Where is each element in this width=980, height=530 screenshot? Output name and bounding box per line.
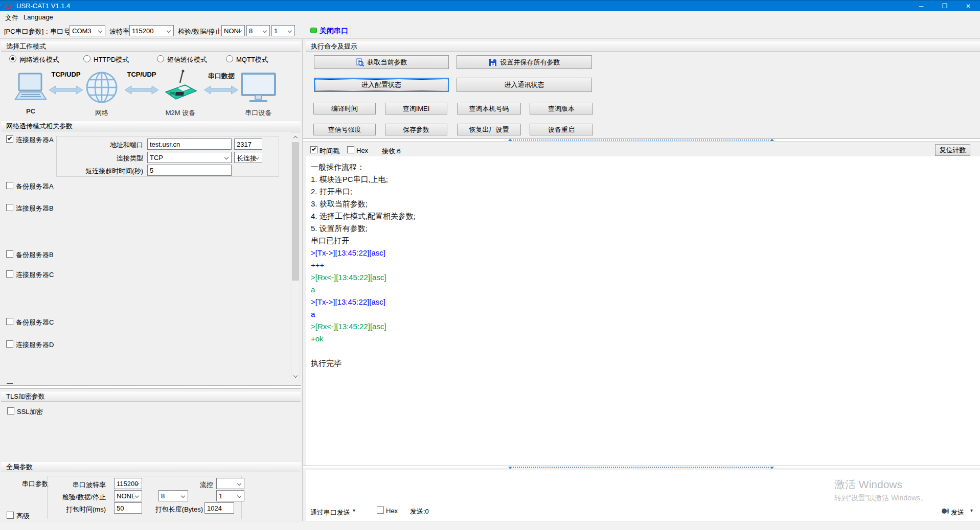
tls-header: TLS加密参数 xyxy=(1,391,301,402)
pack-time-input[interactable]: 50 xyxy=(114,502,142,514)
network-globe-icon xyxy=(86,72,118,103)
query-phone-number-button[interactable]: 查询本机号码 xyxy=(457,103,521,114)
radio-httpd-label[interactable]: HTTPD模式 xyxy=(94,55,129,64)
global-parity-select[interactable]: NONE xyxy=(114,490,142,501)
server-b-label[interactable]: 连接服务器B xyxy=(16,204,54,213)
timestamp-label[interactable]: 时间戳 xyxy=(320,147,339,156)
backup-server-b-label[interactable]: 备份服务器B xyxy=(16,250,54,260)
com-port-select[interactable]: COM3 xyxy=(70,25,105,36)
scroll-down-icon[interactable] xyxy=(293,374,298,378)
serial-toolbar: [PC串口参数]：串口号 COM3 波特率 115200 检验/数据/停止 NO… xyxy=(0,22,980,39)
timestamp-checkbox[interactable] xyxy=(310,146,317,153)
server-b-checkbox[interactable] xyxy=(6,204,13,211)
log-line: 4. 选择工作模式,配置相关参数; xyxy=(311,212,980,224)
databits-select[interactable]: 8 xyxy=(246,25,270,36)
m2m-module-icon xyxy=(163,70,198,104)
radio-sms-passthrough-label[interactable]: 短信透传模式 xyxy=(167,55,207,64)
save-params-button[interactable]: 保存参数 xyxy=(385,124,447,135)
advanced-label[interactable]: 高级 xyxy=(16,512,30,521)
left-splitter[interactable] xyxy=(0,385,301,389)
backup-server-a-checkbox[interactable] xyxy=(6,182,13,189)
global-baud-select[interactable]: 115200 xyxy=(114,478,142,489)
server-d-checkbox[interactable] xyxy=(6,340,13,348)
ssl-label[interactable]: SSL加密 xyxy=(17,407,43,417)
log-line: 执行完毕 xyxy=(311,359,980,371)
splitter-arrow-icon xyxy=(770,467,774,469)
query-imei-button[interactable]: 查询IMEI xyxy=(385,103,447,114)
log-output[interactable]: 一般操作流程： 1. 模块连PC串口,上电; 2. 打开串口; 3. 获取当前参… xyxy=(306,156,980,466)
minimize-button[interactable]: ─ xyxy=(909,1,933,12)
send-icon[interactable] xyxy=(941,507,949,515)
factory-reset-button[interactable]: 恢复出厂设置 xyxy=(457,124,521,135)
server-c-checkbox[interactable] xyxy=(6,270,13,278)
server-c-label[interactable]: 连接服务器C xyxy=(16,270,54,280)
pack-length-label: 打包长度(Bytes) xyxy=(153,505,203,514)
close-button[interactable]: ✕ xyxy=(956,1,980,12)
toolbar-separator xyxy=(351,24,351,37)
send-button[interactable]: 发送 xyxy=(951,508,964,517)
server-a-port-input[interactable]: 2317 xyxy=(234,139,262,150)
log-hex-label[interactable]: Hex xyxy=(356,147,368,154)
radio-mqtt-label[interactable]: MQTT模式 xyxy=(236,55,268,64)
ssl-checkbox[interactable] xyxy=(7,407,14,414)
app-logo-icon xyxy=(4,3,13,10)
global-params-header: 全局参数 xyxy=(1,462,301,472)
pack-length-input[interactable]: 1024 xyxy=(204,502,234,514)
enter-comm-state-button[interactable]: 进入通讯状态 xyxy=(457,78,592,92)
stopbits-select[interactable]: 1 xyxy=(271,25,295,36)
backup-server-c-label[interactable]: 备份服务器C xyxy=(16,318,54,327)
global-databits-select[interactable]: 8 xyxy=(158,490,188,501)
radio-httpd[interactable] xyxy=(83,55,90,62)
reset-counter-button[interactable]: 复位计数 xyxy=(935,144,970,156)
splitter-arrow-icon xyxy=(508,467,512,469)
chevron-down-icon[interactable]: ▾ xyxy=(353,508,355,513)
short-conn-timeout-input[interactable]: 5 xyxy=(147,165,232,176)
send-hex-label[interactable]: Hex xyxy=(386,507,398,515)
global-baud-label: 串口波特率 xyxy=(55,480,106,490)
parity-select[interactable]: NONI xyxy=(221,25,245,36)
backup-server-b-checkbox[interactable] xyxy=(6,250,13,258)
radio-net-passthrough-label[interactable]: 网络透传模式 xyxy=(19,55,59,64)
device-restart-button[interactable]: 设备重启 xyxy=(530,124,593,135)
baud-select[interactable]: 115200 xyxy=(129,25,174,36)
vertical-scrollbar[interactable] xyxy=(291,132,300,381)
radio-net-passthrough[interactable] xyxy=(9,55,16,62)
query-signal-button[interactable]: 查信号强度 xyxy=(313,124,376,135)
server-a-address-input[interactable]: test.usr.cn xyxy=(147,139,232,150)
menu-file[interactable]: 文件 xyxy=(5,13,18,22)
radio-mqtt[interactable] xyxy=(226,55,233,62)
get-params-button[interactable]: 获取当前参数 xyxy=(314,55,449,69)
conn-mode-select[interactable]: 长连接 xyxy=(234,152,262,163)
backup-server-a-label[interactable]: 备份服务器A xyxy=(16,182,54,191)
send-via-serial-dropdown[interactable]: 通过串口发送 xyxy=(310,508,350,517)
chevron-down-icon[interactable]: ▾ xyxy=(970,508,973,513)
status-bar xyxy=(0,521,980,530)
send-hex-checkbox[interactable] xyxy=(377,506,384,514)
radio-sms-passthrough[interactable] xyxy=(157,55,164,62)
set-save-params-button[interactable]: 设置并保存所有参数 xyxy=(457,55,592,69)
log-line: 串口已打开 xyxy=(311,236,980,248)
flow-control-select[interactable] xyxy=(216,478,244,489)
close-serial-button[interactable]: 关闭串口 xyxy=(320,27,348,36)
compile-time-button[interactable]: 编译时间 xyxy=(313,103,376,114)
addr-port-label: 地址和端口 xyxy=(77,141,143,150)
server-a-checkbox[interactable] xyxy=(6,135,13,143)
query-version-button[interactable]: 查询版本 xyxy=(530,103,593,114)
enter-config-state-button[interactable]: 进入配置状态 xyxy=(314,78,449,92)
global-stopbits-select[interactable]: 1 xyxy=(216,490,244,501)
backup-server-c-checkbox[interactable] xyxy=(6,318,13,325)
splitter-handle[interactable] xyxy=(513,467,769,468)
advanced-checkbox[interactable] xyxy=(7,512,14,519)
conn-type-select[interactable]: TCP xyxy=(147,152,232,163)
panel-divider[interactable] xyxy=(302,39,303,521)
server-a-label[interactable]: 连接服务器A xyxy=(16,135,54,145)
splitter-handle[interactable] xyxy=(513,140,769,141)
scrollbar-thumb[interactable] xyxy=(292,142,299,281)
scroll-up-icon[interactable] xyxy=(293,136,298,140)
log-hex-checkbox[interactable] xyxy=(347,146,354,153)
restore-button[interactable]: ❐ xyxy=(933,1,956,12)
menu-language[interactable]: Language xyxy=(24,13,53,21)
chevron-down-icon xyxy=(288,29,292,33)
server-d-label[interactable]: 连接服务器D xyxy=(16,340,54,350)
radio-dot xyxy=(11,57,14,60)
